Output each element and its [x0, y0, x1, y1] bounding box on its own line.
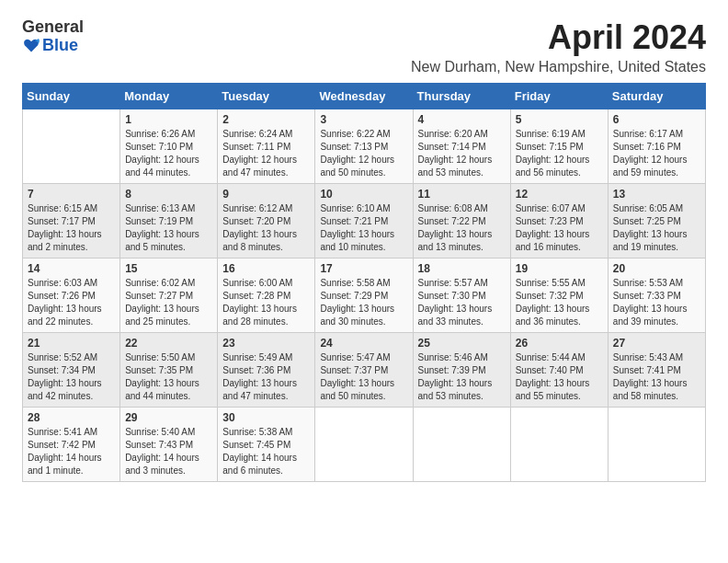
cell-content: Sunrise: 5:52 AMSunset: 7:34 PMDaylight:… — [28, 351, 115, 403]
calendar-cell: 15Sunrise: 6:02 AMSunset: 7:27 PMDayligh… — [120, 259, 218, 333]
calendar-cell — [23, 109, 120, 184]
calendar-week-row: 28Sunrise: 5:41 AMSunset: 7:42 PMDayligh… — [23, 408, 706, 482]
day-number: 5 — [516, 113, 603, 126]
calendar-cell — [510, 408, 608, 482]
calendar-cell: 14Sunrise: 6:03 AMSunset: 7:26 PMDayligh… — [23, 259, 120, 333]
day-number: 8 — [125, 188, 212, 201]
day-number: 18 — [418, 262, 506, 275]
cell-content: Sunrise: 6:20 AMSunset: 7:14 PMDaylight:… — [418, 128, 506, 179]
cell-content: Sunrise: 6:22 AMSunset: 7:13 PMDaylight:… — [320, 128, 407, 179]
cell-content: Sunrise: 5:41 AMSunset: 7:42 PMDaylight:… — [28, 426, 115, 477]
calendar-cell: 13Sunrise: 6:05 AMSunset: 7:25 PMDayligh… — [608, 184, 705, 259]
logo-general-text: General — [22, 18, 84, 37]
cell-content: Sunrise: 6:07 AMSunset: 7:23 PMDaylight:… — [516, 202, 603, 254]
cell-content: Sunrise: 5:38 AMSunset: 7:45 PMDaylight:… — [222, 426, 310, 477]
calendar-cell: 5Sunrise: 6:19 AMSunset: 7:15 PMDaylight… — [510, 109, 608, 184]
cell-content: Sunrise: 5:53 AMSunset: 7:33 PMDaylight:… — [613, 277, 700, 328]
calendar-week-row: 14Sunrise: 6:03 AMSunset: 7:26 PMDayligh… — [23, 259, 706, 333]
calendar-cell: 3Sunrise: 6:22 AMSunset: 7:13 PMDaylight… — [315, 109, 413, 184]
day-number: 16 — [222, 262, 310, 275]
calendar-day-header: Wednesday — [315, 84, 413, 109]
logo-blue-text: Blue — [22, 37, 84, 55]
calendar-cell: 25Sunrise: 5:46 AMSunset: 7:39 PMDayligh… — [413, 333, 510, 408]
day-number: 4 — [418, 113, 506, 126]
day-number: 23 — [222, 337, 310, 350]
calendar-day-header: Monday — [120, 84, 218, 109]
day-number: 1 — [125, 113, 212, 126]
day-number: 12 — [516, 188, 603, 201]
calendar-week-row: 7Sunrise: 6:15 AMSunset: 7:17 PMDaylight… — [23, 184, 706, 259]
day-number: 3 — [320, 113, 407, 126]
calendar-cell: 1Sunrise: 6:26 AMSunset: 7:10 PMDaylight… — [120, 109, 218, 184]
cell-content: Sunrise: 5:47 AMSunset: 7:37 PMDaylight:… — [320, 351, 407, 403]
title-area: April 2024 New Durham, New Hampshire, Un… — [411, 18, 706, 75]
calendar-table: SundayMondayTuesdayWednesdayThursdayFrid… — [22, 83, 706, 482]
calendar-day-header: Thursday — [413, 84, 510, 109]
calendar-cell: 16Sunrise: 6:00 AMSunset: 7:28 PMDayligh… — [218, 259, 315, 333]
cell-content: Sunrise: 6:15 AMSunset: 7:17 PMDaylight:… — [28, 202, 115, 254]
calendar-week-row: 1Sunrise: 6:26 AMSunset: 7:10 PMDaylight… — [23, 109, 706, 184]
calendar-cell: 28Sunrise: 5:41 AMSunset: 7:42 PMDayligh… — [23, 408, 120, 482]
cell-content: Sunrise: 6:10 AMSunset: 7:21 PMDaylight:… — [320, 202, 407, 254]
cell-content: Sunrise: 5:50 AMSunset: 7:35 PMDaylight:… — [125, 351, 212, 403]
cell-content: Sunrise: 6:00 AMSunset: 7:28 PMDaylight:… — [222, 277, 310, 328]
calendar-cell — [608, 408, 705, 482]
day-number: 20 — [613, 262, 700, 275]
calendar-cell: 17Sunrise: 5:58 AMSunset: 7:29 PMDayligh… — [315, 259, 413, 333]
calendar-cell: 18Sunrise: 5:57 AMSunset: 7:30 PMDayligh… — [413, 259, 510, 333]
cell-content: Sunrise: 6:12 AMSunset: 7:20 PMDaylight:… — [222, 202, 310, 254]
cell-content: Sunrise: 6:24 AMSunset: 7:11 PMDaylight:… — [222, 128, 310, 179]
cell-content: Sunrise: 5:58 AMSunset: 7:29 PMDaylight:… — [320, 277, 407, 328]
calendar-day-header: Friday — [510, 84, 608, 109]
day-number: 14 — [28, 262, 115, 275]
calendar-cell — [315, 408, 413, 482]
day-number: 17 — [320, 262, 407, 275]
day-number: 24 — [320, 337, 407, 350]
day-number: 19 — [516, 262, 603, 275]
cell-content: Sunrise: 6:08 AMSunset: 7:22 PMDaylight:… — [418, 202, 506, 254]
calendar-cell: 21Sunrise: 5:52 AMSunset: 7:34 PMDayligh… — [23, 333, 120, 408]
calendar-day-header: Tuesday — [218, 84, 315, 109]
day-number: 28 — [28, 411, 115, 424]
day-number: 2 — [222, 113, 310, 126]
calendar-cell: 8Sunrise: 6:13 AMSunset: 7:19 PMDaylight… — [120, 184, 218, 259]
calendar-week-row: 21Sunrise: 5:52 AMSunset: 7:34 PMDayligh… — [23, 333, 706, 408]
cell-content: Sunrise: 6:05 AMSunset: 7:25 PMDaylight:… — [613, 202, 700, 254]
header: General Blue April 2024 New Durham, New … — [22, 18, 706, 75]
calendar-cell: 2Sunrise: 6:24 AMSunset: 7:11 PMDaylight… — [218, 109, 315, 184]
calendar-cell: 6Sunrise: 6:17 AMSunset: 7:16 PMDaylight… — [608, 109, 705, 184]
calendar-cell: 20Sunrise: 5:53 AMSunset: 7:33 PMDayligh… — [608, 259, 705, 333]
day-number: 10 — [320, 188, 407, 201]
calendar-cell: 10Sunrise: 6:10 AMSunset: 7:21 PMDayligh… — [315, 184, 413, 259]
day-number: 11 — [418, 188, 506, 201]
cell-content: Sunrise: 6:19 AMSunset: 7:15 PMDaylight:… — [516, 128, 603, 179]
day-number: 13 — [613, 188, 700, 201]
cell-content: Sunrise: 5:43 AMSunset: 7:41 PMDaylight:… — [613, 351, 700, 403]
cell-content: Sunrise: 6:26 AMSunset: 7:10 PMDaylight:… — [125, 128, 212, 179]
calendar-cell: 22Sunrise: 5:50 AMSunset: 7:35 PMDayligh… — [120, 333, 218, 408]
calendar-cell: 26Sunrise: 5:44 AMSunset: 7:40 PMDayligh… — [510, 333, 608, 408]
cell-content: Sunrise: 5:49 AMSunset: 7:36 PMDaylight:… — [222, 351, 310, 403]
calendar-cell: 24Sunrise: 5:47 AMSunset: 7:37 PMDayligh… — [315, 333, 413, 408]
calendar-cell — [413, 408, 510, 482]
day-number: 15 — [125, 262, 212, 275]
cell-content: Sunrise: 5:55 AMSunset: 7:32 PMDaylight:… — [516, 277, 603, 328]
cell-content: Sunrise: 6:02 AMSunset: 7:27 PMDaylight:… — [125, 277, 212, 328]
day-number: 22 — [125, 337, 212, 350]
cell-content: Sunrise: 5:46 AMSunset: 7:39 PMDaylight:… — [418, 351, 506, 403]
month-title: April 2024 — [411, 18, 706, 57]
calendar-cell: 29Sunrise: 5:40 AMSunset: 7:43 PMDayligh… — [120, 408, 218, 482]
calendar-cell: 4Sunrise: 6:20 AMSunset: 7:14 PMDaylight… — [413, 109, 510, 184]
location: New Durham, New Hampshire, United States — [411, 59, 706, 75]
cell-content: Sunrise: 6:17 AMSunset: 7:16 PMDaylight:… — [613, 128, 700, 179]
day-number: 9 — [222, 188, 310, 201]
calendar-header-row: SundayMondayTuesdayWednesdayThursdayFrid… — [23, 84, 706, 109]
day-number: 29 — [125, 411, 212, 424]
calendar-cell: 23Sunrise: 5:49 AMSunset: 7:36 PMDayligh… — [218, 333, 315, 408]
calendar-cell: 27Sunrise: 5:43 AMSunset: 7:41 PMDayligh… — [608, 333, 705, 408]
calendar-cell: 12Sunrise: 6:07 AMSunset: 7:23 PMDayligh… — [510, 184, 608, 259]
day-number: 25 — [418, 337, 506, 350]
day-number: 27 — [613, 337, 700, 350]
calendar-cell: 30Sunrise: 5:38 AMSunset: 7:45 PMDayligh… — [218, 408, 315, 482]
day-number: 6 — [613, 113, 700, 126]
